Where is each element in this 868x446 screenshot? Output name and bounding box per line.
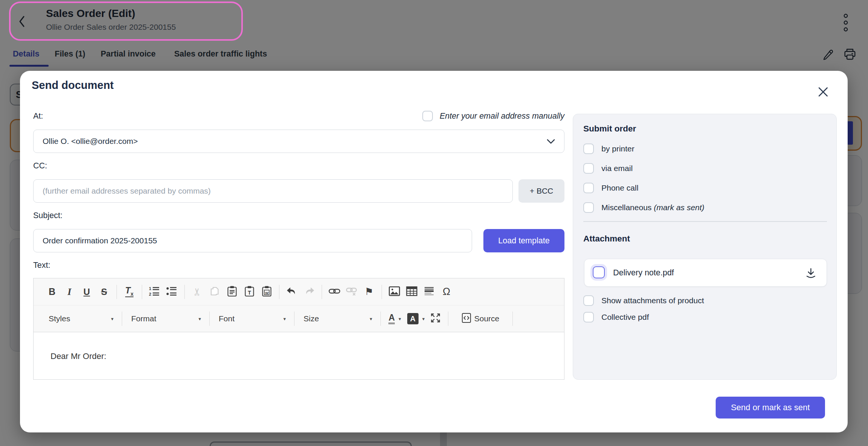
miscellaneous-note: (mark as sent) (654, 203, 704, 212)
attachment-item: Delivery note.pdf (584, 259, 827, 287)
anchor-button[interactable]: ⚑ (360, 283, 378, 301)
omega-icon: Ω (443, 286, 450, 298)
via-email-checkbox[interactable] (583, 163, 594, 174)
subject-label: Subject: (33, 211, 63, 220)
font-dropdown[interactable]: Font▾ (213, 310, 290, 327)
option-show-attachments: Show attachments of product (583, 295, 704, 306)
maximize-icon (430, 313, 441, 325)
show-attachments-checkbox[interactable] (583, 295, 594, 306)
link-button[interactable] (326, 283, 343, 301)
unlink-icon (346, 286, 358, 298)
numbered-list-button[interactable]: 12 (146, 283, 163, 301)
recipient-value: Ollie O. <ollie@order.com> (43, 137, 138, 146)
download-button[interactable] (805, 267, 817, 280)
option-via-email: via email (583, 163, 633, 174)
phone-call-checkbox[interactable] (583, 183, 594, 193)
dialog-title: Send document (32, 79, 114, 92)
caret-down-icon: ▾ (111, 316, 113, 322)
editor-toolbar-row-1: B I U S Tx 12 ✂ T W (34, 278, 564, 305)
remove-format-button[interactable]: Tx (121, 283, 138, 301)
cut-button[interactable]: ✂ (189, 283, 206, 301)
numbered-list-icon: 12 (149, 286, 160, 298)
unlink-button[interactable] (343, 283, 360, 301)
load-template-button[interactable]: Load template (483, 229, 564, 252)
strikethrough-button[interactable]: S (95, 283, 113, 301)
toolbar-separator (209, 312, 210, 326)
paste-as-text-button[interactable]: T (241, 283, 258, 301)
miscellaneous-checkbox[interactable] (583, 202, 594, 213)
panel-divider (583, 221, 827, 222)
redo-button[interactable] (301, 283, 318, 301)
toolbar-separator (122, 312, 122, 326)
scissors-icon: ✂ (191, 287, 203, 296)
svg-text:W: W (265, 290, 268, 295)
rich-text-editor: B I U S Tx 12 ✂ T W (33, 278, 564, 380)
header-highlight-ring (9, 2, 243, 41)
underline-button[interactable]: U (78, 283, 95, 301)
bullet-list-icon (166, 286, 178, 298)
link-icon (328, 286, 340, 298)
cc-input[interactable] (33, 179, 513, 203)
size-dropdown[interactable]: Size▾ (298, 310, 377, 327)
option-miscellaneous: Miscellaneous (mark as sent) (583, 202, 704, 213)
attachment-heading: Attachment (583, 234, 630, 244)
editor-toolbar-row-2: Styles▾ Format▾ Font▾ Size▾ A▾ A▾ Source (34, 305, 564, 332)
toolbar-separator (512, 312, 513, 326)
background-color-icon: A (407, 313, 419, 324)
italic-button[interactable]: I (61, 283, 78, 301)
subject-input[interactable] (33, 229, 472, 252)
paste-word-icon: W (262, 286, 272, 298)
collective-pdf-checkbox[interactable] (583, 312, 594, 322)
toolbar-separator (322, 285, 322, 299)
toolbar-separator (142, 285, 142, 299)
undo-icon (286, 286, 298, 298)
attachment-checkbox[interactable] (593, 266, 605, 278)
toolbar-separator (184, 285, 185, 299)
insert-table-button[interactable] (403, 283, 420, 301)
svg-text:2: 2 (149, 292, 151, 296)
caret-down-icon: ▾ (399, 316, 401, 322)
format-dropdown[interactable]: Format▾ (126, 310, 205, 327)
background-color-button[interactable]: A▾ (405, 309, 427, 328)
editor-content[interactable]: Dear Mr Order: (34, 333, 564, 380)
maximize-button[interactable] (427, 309, 444, 328)
toolbar-separator (294, 312, 294, 326)
undo-button[interactable] (283, 283, 301, 301)
send-button[interactable]: Send or mark as sent (716, 397, 825, 419)
redo-icon (304, 286, 315, 298)
toolbar-separator (380, 312, 381, 326)
caret-down-icon: ▾ (422, 316, 425, 322)
close-icon (817, 93, 829, 99)
toolbar-separator (117, 285, 117, 299)
horizontal-rule-icon (424, 286, 434, 298)
paste-from-word-button[interactable]: W (258, 283, 275, 301)
caret-down-icon: ▾ (198, 316, 201, 322)
styles-dropdown[interactable]: Styles▾ (43, 310, 118, 327)
caret-down-icon: ▾ (370, 316, 372, 322)
cc-label: CC: (33, 161, 47, 171)
at-label: At: (33, 112, 43, 121)
copy-button[interactable] (206, 283, 223, 301)
toolbar-separator (448, 312, 448, 326)
paste-text-icon: T (244, 286, 255, 298)
copy-icon (210, 286, 219, 298)
recipient-select[interactable]: Ollie O. <ollie@order.com> (33, 130, 564, 153)
horizontal-rule-button[interactable] (420, 283, 438, 301)
manual-email-group: Enter your email address manually (422, 111, 564, 121)
manual-email-checkbox[interactable] (422, 111, 433, 121)
bold-button[interactable]: B (43, 283, 61, 301)
special-character-button[interactable]: Ω (438, 283, 455, 301)
option-collective-pdf: Collective pdf (583, 312, 649, 322)
submit-order-heading: Submit order (583, 124, 636, 134)
screen: Sales Order (Edit) Ollie Order Sales ord… (0, 0, 868, 446)
bcc-button[interactable]: + BCC (518, 179, 564, 203)
by-printer-checkbox[interactable] (583, 144, 594, 154)
paste-button[interactable] (223, 283, 241, 301)
close-button[interactable] (817, 86, 830, 99)
send-options-panel: Submit order by printer via email Phone … (573, 114, 837, 380)
source-button[interactable]: Source (452, 309, 509, 328)
text-color-button[interactable]: A▾ (385, 309, 405, 328)
send-document-dialog: Send document At: Enter your email addre… (20, 71, 848, 432)
insert-image-button[interactable] (386, 283, 403, 301)
bullet-list-button[interactable] (163, 283, 181, 301)
